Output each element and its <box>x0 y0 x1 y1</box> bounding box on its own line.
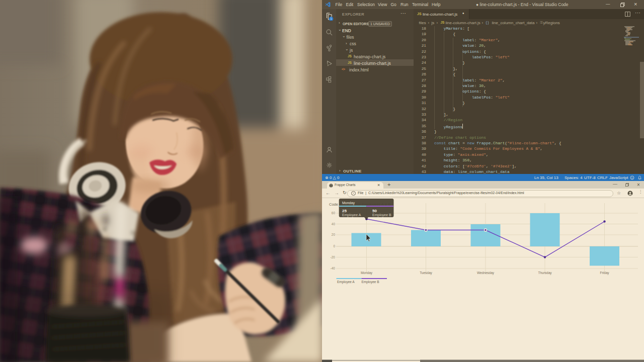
svg-text:Employee A: Employee A <box>342 213 361 217</box>
svg-text:0: 0 <box>333 244 335 248</box>
svg-text:40: 40 <box>332 222 336 226</box>
svg-text:1: 1 <box>331 17 332 20</box>
svg-text:60: 60 <box>332 211 336 215</box>
svg-text:50: 50 <box>372 209 377 213</box>
svg-text:20: 20 <box>332 233 336 236</box>
svg-text:Monday: Monday <box>361 271 373 275</box>
svg-text:25: 25 <box>342 209 347 213</box>
svg-text:Employee A: Employee A <box>337 280 355 284</box>
svg-text:-20: -20 <box>331 255 336 259</box>
svg-text:Wednesday: Wednesday <box>477 271 495 275</box>
svg-text:Employee B: Employee B <box>362 280 379 284</box>
svg-text:Monday: Monday <box>342 201 355 205</box>
svg-text:Employee B: Employee B <box>372 213 391 217</box>
svg-text:Thursday: Thursday <box>538 271 552 275</box>
svg-text:Tuesday: Tuesday <box>420 271 432 275</box>
svg-text:Friday: Friday <box>600 271 609 275</box>
svg-text:-40: -40 <box>331 266 336 270</box>
